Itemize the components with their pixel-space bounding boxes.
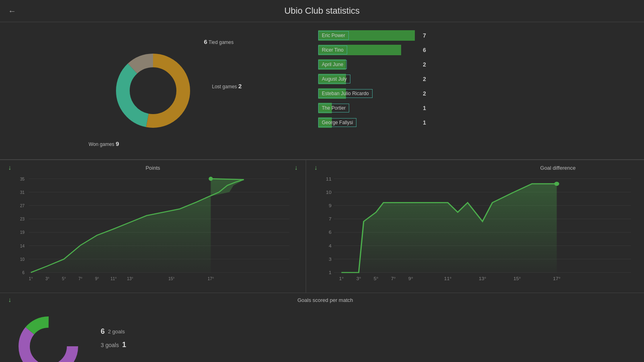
svg-text:11°: 11° — [110, 277, 117, 281]
goals-label-2goals: 6 2 goals — [101, 327, 126, 336]
svg-text:4: 4 — [329, 244, 331, 248]
goal-diff-download-icon[interactable]: ↓ — [314, 164, 317, 171]
tied-label: 6 Tied games — [204, 38, 234, 45]
scorer-count: 1 — [423, 105, 426, 111]
svg-text:7°: 7° — [79, 277, 83, 281]
donut-svg — [109, 46, 197, 135]
svg-text:6: 6 — [329, 230, 331, 235]
svg-text:11°: 11° — [444, 277, 452, 281]
svg-text:1°: 1° — [29, 277, 33, 281]
scorer-count: 2 — [423, 76, 426, 82]
goals-2-label: 2 goals — [108, 329, 125, 335]
svg-text:5°: 5° — [62, 277, 66, 281]
goal-diff-header: ↓ Goal difference — [314, 164, 636, 171]
svg-text:1: 1 — [329, 270, 331, 275]
scorers-area: Eric Power7Ricer Tino6April June2August … — [306, 22, 644, 159]
donut-chart: 6 Tied games Lost games 2 Won games 9 — [109, 46, 197, 135]
svg-text:7: 7 — [329, 217, 331, 221]
goals-donut-svg — [8, 306, 89, 362]
scorer-row: The Portier1 — [318, 103, 632, 113]
points-chart-panel: ↓ Points ↓ — [0, 160, 306, 293]
points-download-icon[interactable]: ↓ — [8, 164, 11, 171]
scorer-bar-container: Ricer Tino — [318, 45, 415, 55]
scorer-name-tag: Esteban Julio Ricardo — [318, 89, 373, 98]
scorer-bar-container: August July — [318, 74, 415, 84]
goals-section: ↓ Goals scored per match 6 2 goals 3 goa… — [0, 293, 644, 362]
goals-donut — [8, 306, 89, 362]
scorer-bar-container: George Fallysi — [318, 117, 415, 128]
svg-text:17°: 17° — [208, 277, 214, 281]
goal-diff-line-chart: 11 10 9 7 6 4 3 1 1° 3° 5° 7° 9° 11° 13°… — [314, 175, 636, 283]
goals-header: ↓ Goals scored per match — [8, 296, 636, 304]
header: ← Ubio Club statistics — [0, 0, 644, 22]
svg-text:5°: 5° — [374, 277, 379, 281]
points-chart-header: ↓ Points ↓ — [8, 164, 298, 171]
goal-diff-end-dot — [554, 182, 559, 186]
scorer-name-tag: Ricer Tino — [318, 46, 347, 54]
points-line-chart: 35 31 27 23 19 14 10 6 1° 3° 5° 7° 9° 11… — [8, 175, 298, 283]
points-svg: 35 31 27 23 19 14 10 6 1° 3° 5° 7° 9° 11… — [8, 175, 298, 283]
scorer-count: 6 — [423, 47, 426, 53]
scorer-name-tag: April June — [318, 60, 347, 69]
scorer-count: 2 — [423, 61, 426, 68]
goal-diff-svg: 11 10 9 7 6 4 3 1 1° 3° 5° 7° 9° 11° 13°… — [314, 175, 636, 283]
svg-text:11: 11 — [326, 177, 331, 181]
scorer-name-tag: The Portier — [318, 104, 349, 112]
svg-text:31: 31 — [20, 190, 25, 195]
scorer-bar-container: Esteban Julio Ricardo — [318, 88, 415, 99]
svg-text:17°: 17° — [553, 277, 561, 281]
goal-diff-chart-panel: ↓ Goal difference — [306, 160, 644, 293]
scorer-name-tag: August July — [318, 75, 350, 83]
scorer-count: 7 — [423, 32, 426, 39]
svg-text:3°: 3° — [356, 277, 361, 281]
goals-labels: 6 2 goals 3 goals 1 — [101, 327, 126, 349]
scorer-count: 2 — [423, 90, 426, 97]
points-download-icon2[interactable]: ↓ — [294, 164, 298, 171]
svg-text:27: 27 — [20, 204, 25, 208]
goal-diff-title: Goal difference — [480, 165, 636, 171]
points-end-dot — [209, 177, 213, 181]
svg-text:35: 35 — [20, 177, 25, 181]
page-title: Ubio Club statistics — [284, 6, 360, 16]
scorer-row: Ricer Tino6 — [318, 45, 632, 55]
svg-text:6: 6 — [22, 270, 25, 275]
lost-label: Lost games 2 — [212, 83, 242, 89]
svg-text:3: 3 — [329, 257, 331, 262]
goals-download-icon[interactable]: ↓ — [8, 296, 11, 304]
svg-text:9°: 9° — [408, 277, 413, 281]
svg-text:10: 10 — [326, 190, 331, 195]
scorer-row: George Fallysi1 — [318, 117, 632, 128]
goals-3-value: 1 — [122, 341, 126, 349]
scorer-row: Eric Power7 — [318, 30, 632, 41]
scorer-bar-container: The Portier — [318, 103, 415, 113]
scorer-bar-container: April June — [318, 59, 415, 70]
scorer-row: August July2 — [318, 74, 632, 84]
svg-text:23: 23 — [20, 217, 25, 221]
scorer-row: April June2 — [318, 59, 632, 70]
charts-section: ↓ Points ↓ — [0, 160, 644, 293]
scorer-name-tag: George Fallysi — [318, 118, 356, 127]
goals-label-3goals: 3 goals 1 — [101, 341, 126, 349]
scorer-name-tag: Eric Power — [318, 31, 349, 40]
goals-3-label: 3 goals — [101, 342, 119, 348]
svg-text:19: 19 — [20, 230, 25, 235]
svg-text:9: 9 — [329, 204, 331, 208]
donut-area: 6 Tied games Lost games 2 Won games 9 — [0, 22, 306, 159]
svg-text:1°: 1° — [339, 277, 344, 281]
scorer-count: 1 — [423, 119, 426, 126]
svg-text:14: 14 — [20, 244, 25, 248]
goals-2-value: 6 — [101, 327, 105, 336]
svg-text:15°: 15° — [168, 277, 175, 281]
top-section: 6 Tied games Lost games 2 Won games 9 Er… — [0, 22, 644, 159]
scorer-bar-container: Eric Power — [318, 30, 415, 41]
scorer-row: Esteban Julio Ricardo2 — [318, 88, 632, 99]
goals-content: 6 2 goals 3 goals 1 — [8, 306, 636, 362]
svg-text:10: 10 — [20, 257, 25, 262]
goal-diff-fill — [342, 184, 557, 273]
points-fill — [31, 179, 244, 273]
back-button[interactable]: ← — [8, 6, 16, 16]
svg-text:13°: 13° — [127, 277, 133, 281]
won-label: Won games 9 — [89, 140, 119, 147]
svg-text:3°: 3° — [46, 277, 50, 281]
svg-text:7°: 7° — [391, 277, 396, 281]
